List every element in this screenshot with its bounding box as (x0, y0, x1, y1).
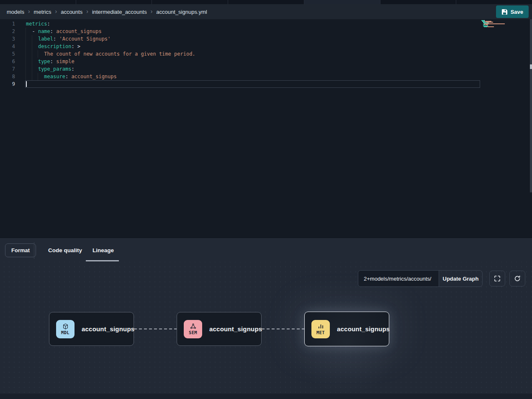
code-line[interactable]: 8 measure: account_signups (0, 73, 532, 80)
lineage-selector-group: Update Graph (358, 270, 483, 287)
node-label: account_signups (337, 325, 390, 332)
breadcrumb-item[interactable]: account_signups.yml (156, 9, 207, 15)
lineage-node-sem[interactable]: SEMaccount_signups (177, 312, 262, 346)
code-editor[interactable]: 1metrics:2 - name: account_signups3 labe… (0, 19, 532, 238)
cube-icon (62, 323, 69, 330)
lineage-node-mdl[interactable]: MDLaccount_signups (49, 312, 134, 346)
code-line[interactable]: 7 type_params: (0, 65, 532, 73)
editor-header: models›metrics›accounts›intermediate_acc… (0, 4, 532, 19)
breadcrumb-item[interactable]: metrics (34, 9, 51, 15)
code-line[interactable]: 4 description: > (0, 43, 532, 50)
line-number: 3 (0, 35, 15, 43)
scrollbar-thumb[interactable] (530, 64, 532, 69)
line-number: 6 (0, 58, 15, 65)
bottom-edge-strip (0, 394, 532, 399)
tab-code-quality[interactable]: Code quality (48, 239, 82, 261)
code-line[interactable]: 2 - name: account_signups (0, 28, 532, 35)
node-type-badge: MET (311, 320, 330, 338)
node-type-badge: MDL (56, 320, 75, 338)
code-line[interactable]: 9 (0, 80, 532, 88)
line-number: 2 (0, 28, 15, 35)
top-tab[interactable] (76, 0, 152, 4)
node-type-label: MET (316, 330, 325, 335)
format-button[interactable]: Format (5, 243, 36, 257)
semantic-model-icon (190, 323, 197, 330)
line-number: 9 (0, 80, 15, 88)
update-graph-button[interactable]: Update Graph (439, 271, 482, 286)
node-type-label: SEM (189, 330, 197, 335)
line-number: 8 (0, 73, 15, 80)
metric-chart-icon (317, 323, 324, 330)
code-line[interactable]: 6 type: simple (0, 58, 532, 65)
refresh-button[interactable] (509, 271, 525, 286)
lineage-selector-input[interactable] (358, 271, 439, 286)
tab-lineage[interactable]: Lineage (93, 239, 114, 261)
breadcrumb: models›metrics›accounts›intermediate_acc… (7, 9, 207, 15)
refresh-icon (514, 275, 521, 282)
fullscreen-button[interactable] (489, 271, 505, 286)
save-button-label: Save (511, 9, 523, 15)
lineage-node-met[interactable]: METaccount_signups (304, 312, 389, 346)
code-line[interactable]: 5 The count of new accounts for a given … (0, 50, 532, 58)
top-tab[interactable] (304, 0, 380, 4)
save-floppy-icon (501, 9, 508, 15)
top-tab[interactable] (380, 0, 457, 4)
top-tab-strip (0, 0, 532, 4)
chevron-right-icon: › (151, 8, 153, 14)
node-label: account_signups (209, 325, 262, 332)
top-tab[interactable] (456, 0, 532, 4)
panel-tab-row: Format Code quality Lineage (0, 239, 532, 262)
chevron-right-icon: › (55, 8, 57, 14)
breadcrumb-item[interactable]: intermediate_accounts (92, 9, 147, 15)
breadcrumb-item[interactable]: models (7, 9, 24, 15)
save-button[interactable]: Save (496, 5, 529, 18)
top-tab[interactable] (152, 0, 228, 4)
line-number: 1 (0, 20, 15, 28)
fullscreen-icon (493, 275, 501, 282)
line-number: 7 (0, 65, 15, 73)
code-lines: 1metrics:2 - name: account_signups3 labe… (0, 20, 532, 88)
node-label: account_signups (82, 325, 134, 332)
node-type-label: MDL (61, 330, 69, 335)
divider (34, 242, 34, 259)
code-line[interactable]: 1metrics: (0, 20, 532, 28)
bottom-panel: Format Code quality Lineage Update Graph (0, 238, 532, 399)
app-window: models›metrics›accounts›intermediate_acc… (0, 0, 532, 399)
active-tab-underline (86, 260, 119, 261)
minimap[interactable] (481, 20, 508, 28)
top-tab[interactable] (0, 0, 76, 4)
top-tab[interactable] (228, 0, 304, 4)
line-number: 4 (0, 43, 15, 50)
scrollbar[interactable] (530, 19, 532, 192)
lineage-canvas[interactable]: Update Graph MDLaccount_signupsSEMacco (0, 262, 532, 394)
node-type-badge: SEM (184, 320, 202, 338)
chevron-right-icon: › (86, 8, 88, 14)
breadcrumb-item[interactable]: accounts (61, 9, 82, 15)
code-line[interactable]: 3 label: 'Account Signups' (0, 35, 532, 43)
chevron-right-icon: › (28, 8, 30, 14)
line-number: 5 (0, 50, 15, 58)
